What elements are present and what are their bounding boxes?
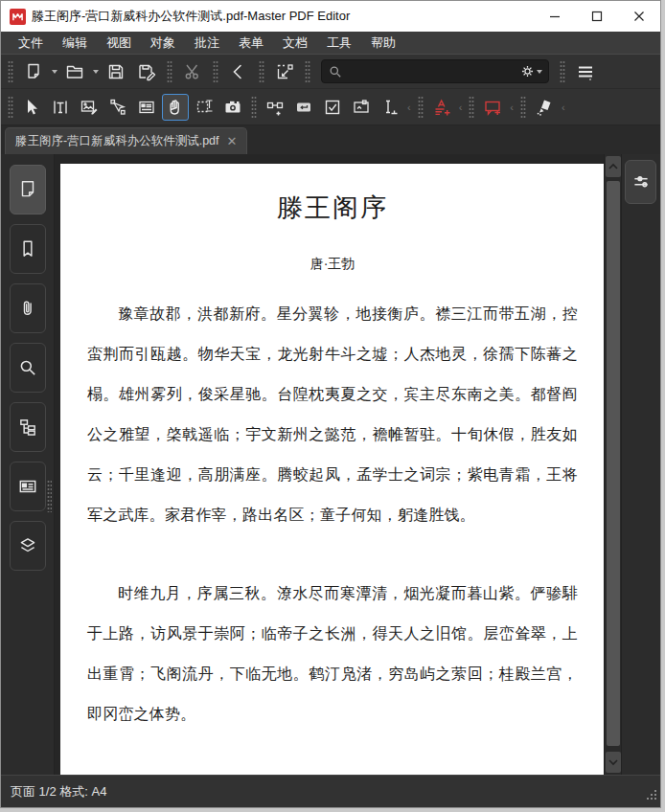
toolbar-overflow-chevron[interactable]: ‹ [560,102,567,113]
tab-close-icon[interactable]: ✕ [227,135,238,147]
screenshot-icon [275,62,294,81]
minimize-icon [549,11,561,22]
bookmarks-panel-button[interactable] [10,224,46,274]
pointer-icon [22,98,41,117]
resize-grip[interactable] [645,788,658,805]
toolbar-drag-handle[interactable] [167,60,172,83]
form-fields-icon [137,98,156,117]
sliders-icon [631,171,652,192]
form-editor-tool-button[interactable] [133,94,160,121]
toolbar-drag-handle[interactable] [418,96,424,119]
checkbox-field-tool-button[interactable] [319,94,346,121]
search-input[interactable] [343,65,519,79]
toolbar-drag-handle[interactable] [520,96,526,119]
cut-button[interactable] [179,58,206,85]
scroll-down-button[interactable] [606,752,621,773]
menu-edit[interactable]: 编辑 [53,32,97,55]
app-logo-icon [10,9,26,25]
snapshot-tool-button[interactable] [219,94,246,121]
layers-icon [17,535,38,556]
title-bar: 滕王阁序-营口新威科办公软件测试.pdf-Master PDF Editor [1,1,660,32]
window-title: 滕王阁序-营口新威科办公软件测试.pdf-Master PDF Editor [32,8,534,25]
new-document-dropdown-caret[interactable] [52,70,57,74]
toolbar-drag-handle[interactable] [305,60,310,83]
toolbar-drag-handle[interactable] [560,60,565,83]
toolbar-drag-handle[interactable] [8,60,13,83]
edit-image-icon [80,98,99,117]
document-tab[interactable]: 滕王阁序-营口新威科办公软件测试.pdf ✕ [5,127,247,154]
sidebar-splitter-handle[interactable] [47,480,52,512]
link-icon [265,98,285,117]
toolbar-overflow-chevron[interactable]: ‹ [457,102,465,113]
edit-object-tool-button[interactable] [104,94,131,121]
scrollbar-thumb[interactable] [607,181,620,746]
close-button[interactable] [618,1,660,32]
search-options-caret[interactable] [537,70,542,74]
main-menu-button[interactable] [572,58,599,85]
bookmark-icon [17,238,38,259]
edit-text-tool-button[interactable] [47,94,74,121]
menu-form[interactable]: 表单 [229,32,273,55]
document-view[interactable]: 滕王阁序 唐·王勃 豫章故郡，洪都新府。星分翼轸，地接衡庐。襟三江而带五湖，控蛮… [55,154,604,775]
new-document-button[interactable] [20,58,47,85]
add-comment-button[interactable] [479,94,506,121]
menu-tools[interactable]: 工具 [317,32,361,55]
select-tool-button[interactable] [18,94,45,121]
link-tool-button[interactable] [262,94,288,121]
combobox-field-tool-button[interactable] [348,94,375,121]
combobox-icon [352,98,371,117]
outline-panel-button[interactable] [10,402,46,452]
open-file-dropdown-caret[interactable] [93,70,99,74]
toolbar-drag-handle[interactable] [8,96,13,119]
screenshot-button[interactable] [271,58,298,85]
button-field-tool-button[interactable] [290,94,317,121]
hand-tool-button[interactable] [162,94,189,121]
menu-help[interactable]: 帮助 [361,32,405,55]
open-file-button[interactable] [61,58,88,85]
right-panel-strip [621,154,660,775]
toolbar-overflow-chevron[interactable]: ‹ [405,102,413,113]
document-tab-bar: 滕王阁序-营口新威科办公软件测试.pdf ✕ [1,125,660,154]
search-settings-gear-icon[interactable] [519,63,536,79]
attachments-panel-button[interactable] [10,283,46,333]
chevron-up-icon [608,163,618,170]
save-as-button[interactable] [133,58,160,85]
menu-document[interactable]: 文档 [273,32,317,55]
toolbar-drag-handle[interactable] [469,96,474,119]
vertical-scrollbar[interactable] [604,154,621,775]
menu-view[interactable]: 视图 [97,32,141,55]
toolbar-overflow-chevron[interactable]: ‹ [508,102,516,113]
signatures-panel-button[interactable] [10,462,46,511]
new-document-icon [24,62,43,81]
toolbar-drag-handle[interactable] [213,60,218,83]
thumbnails-panel-button[interactable] [10,165,46,214]
toolbar-drag-handle[interactable] [259,60,264,83]
tree-structure-icon [17,417,38,438]
add-text-annotation-button[interactable] [428,94,455,121]
resize-grip-icon [645,788,658,801]
pdf-page[interactable]: 滕王阁序 唐·王勃 豫章故郡，洪都新府。星分翼轸，地接衡庐。襟三江而带五湖，控蛮… [60,164,604,775]
maximize-button[interactable] [576,1,618,32]
crop-tool-button[interactable] [191,94,218,121]
text-field-tool-button[interactable] [377,94,403,121]
menu-file[interactable]: 文件 [9,32,53,55]
highlighter-tool-button[interactable] [531,94,558,121]
camera-icon [223,98,242,117]
toolbar-drag-handle[interactable] [251,96,257,119]
scroll-up-button[interactable] [606,156,621,177]
paperclip-icon [17,298,38,319]
edit-image-tool-button[interactable] [76,94,103,121]
menu-annotation[interactable]: 批注 [185,32,229,55]
save-button[interactable] [103,58,129,85]
status-bar: 页面 1/2 格式: A4 [1,775,660,807]
crop-region-icon [195,98,214,117]
search-panel-button[interactable] [10,343,46,393]
back-button[interactable] [225,58,252,85]
minimize-button[interactable] [534,1,576,32]
layers-panel-button[interactable] [10,521,46,571]
search-box [321,59,549,83]
properties-panel-button[interactable] [625,160,656,204]
menu-object[interactable]: 对象 [141,32,185,55]
text-annotation-icon [432,98,451,117]
page-format-status: 页面 1/2 格式: A4 [11,783,106,801]
